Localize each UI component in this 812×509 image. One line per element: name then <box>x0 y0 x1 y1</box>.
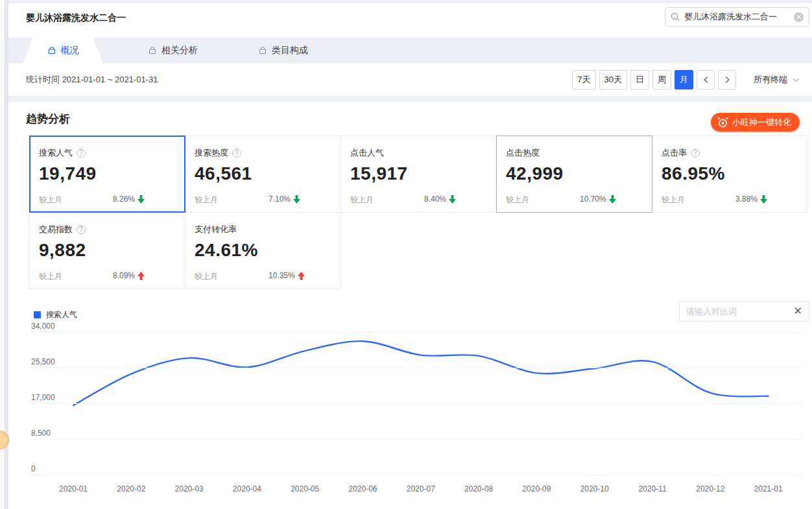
metric-card-click-rate[interactable]: 点击率?86.95%较上月3.88% <box>652 136 808 213</box>
metric-card-payment-conversion[interactable]: 支付转化率24.61%较上月10.35% <box>185 212 341 289</box>
change-value: 3.88% <box>735 195 767 204</box>
compare-input[interactable] <box>686 307 794 316</box>
change-percent: 10.70% <box>580 195 606 204</box>
x-axis-label: 2020-09 <box>514 484 559 493</box>
metric-label: 点击热度 <box>506 147 643 159</box>
metric-value: 19,749 <box>39 163 176 184</box>
trend-chart[interactable]: 08,50017,00025,50034,0002020-012020-0220… <box>30 324 802 499</box>
metric-card-search-popularity[interactable]: 搜索人气?19,749较上月8.26% <box>29 136 185 213</box>
wangshen-convert-label: 小旺神一键转化 <box>732 117 791 128</box>
trend-analysis-title: 趋势分析 <box>26 112 70 126</box>
help-icon[interactable]: ? <box>77 148 86 158</box>
compare-word-box[interactable]: ✕ <box>679 301 809 322</box>
legend-label: 搜索人气 <box>46 309 77 320</box>
metric-compare-row: 较上月8.09% <box>39 271 178 282</box>
change-percent: 7.10% <box>269 195 291 204</box>
range-button-month[interactable]: 月 <box>675 70 693 89</box>
metric-card-search-heat[interactable]: 搜索热度?46,561较上月7.10% <box>185 136 341 213</box>
x-axis-label: 2020-06 <box>340 484 386 493</box>
x-axis-label: 2021-01 <box>746 484 791 493</box>
metric-label-text: 点击率 <box>662 147 687 159</box>
metric-card-click-heat[interactable]: 点击热度42,999较上月10.70% <box>496 136 652 213</box>
wangshen-convert-button[interactable]: 小旺神一键转化 <box>711 113 800 132</box>
chevron-down-icon <box>793 78 800 82</box>
header-panel: 婴儿沐浴露洗发水二合一 ✕ 概况相关分析类目构成 统计时间 2021-01-01… <box>8 3 812 96</box>
metric-compare-row: 较上月7.10% <box>195 195 334 206</box>
terminal-selector[interactable]: 所有终端 <box>754 74 800 86</box>
metric-label-text: 支付转化率 <box>195 224 237 235</box>
metric-label: 搜索热度? <box>195 147 331 159</box>
next-page-button[interactable] <box>718 70 736 89</box>
page-title: 婴儿沐浴露洗发水二合一 <box>26 12 126 24</box>
y-axis-label: 0 <box>31 464 36 473</box>
metric-label-text: 搜索人气 <box>39 147 73 159</box>
arrow-down-icon <box>293 195 300 204</box>
arrow-down-icon <box>760 195 767 204</box>
trend-line <box>73 341 769 405</box>
metric-label-text: 点击热度 <box>506 147 540 159</box>
stat-time-label: 统计时间 <box>26 75 60 84</box>
metric-label-text: 搜索热度 <box>195 147 228 159</box>
y-axis-label: 34,000 <box>31 322 55 331</box>
search-icon <box>671 12 680 21</box>
help-icon[interactable]: ? <box>691 148 700 158</box>
chevron-right-icon <box>724 76 730 84</box>
gridline <box>30 439 802 440</box>
range-button-7d[interactable]: 7天 <box>572 70 595 89</box>
gridline <box>30 403 802 404</box>
stat-time-range: 2021-01-01 ~ 2021-01-31 <box>62 75 158 84</box>
metric-card-click-popularity[interactable]: 点击人气15,917较上月8.40% <box>340 136 497 213</box>
arrow-up-icon <box>137 272 145 280</box>
x-axis-label: 2020-08 <box>456 484 501 493</box>
tab-overview[interactable]: 概况 <box>23 38 103 64</box>
compare-label: 较上月 <box>195 272 218 281</box>
clear-search-icon[interactable]: ✕ <box>794 12 804 22</box>
arrow-down-icon <box>137 195 145 204</box>
x-axis-label: 2020-05 <box>282 484 328 493</box>
prev-page-button[interactable] <box>697 70 715 89</box>
gridline <box>30 475 802 475</box>
range-button-week[interactable]: 周 <box>652 70 671 89</box>
trend-analysis-panel: 趋势分析 小旺神一键转化 搜索人气?19,749较上月8.26%搜索热度?46,… <box>8 102 812 509</box>
y-axis-label: 25,500 <box>31 357 55 366</box>
range-button-day[interactable]: 日 <box>630 70 649 89</box>
gridline <box>30 332 802 333</box>
change-value: 7.10% <box>269 195 300 204</box>
x-axis-label: 2020-04 <box>224 484 270 493</box>
bag-icon <box>148 46 157 55</box>
metric-compare-row: 较上月3.88% <box>662 195 801 206</box>
compare-label: 较上月 <box>506 195 529 204</box>
tab-label: 相关分析 <box>161 45 198 56</box>
metric-value: 46,561 <box>195 163 331 184</box>
compare-label: 较上月 <box>195 195 218 204</box>
tab-label: 概况 <box>61 45 79 56</box>
search-input[interactable] <box>684 12 794 22</box>
chart-canvas <box>30 324 802 499</box>
change-percent: 8.26% <box>113 195 135 204</box>
metric-card-transaction-index[interactable]: 交易指数?9,882较上月8.09% <box>29 212 185 289</box>
chevron-left-icon <box>703 76 709 84</box>
keyword-search-box[interactable]: ✕ <box>665 7 809 27</box>
tab-category-composition[interactable]: 类目构成 <box>245 38 321 64</box>
x-axis-label: 2020-02 <box>108 484 154 493</box>
tab-related-analysis[interactable]: 相关分析 <box>135 38 211 64</box>
change-value: 8.09% <box>113 271 145 280</box>
bag-icon <box>258 46 267 55</box>
range-button-30d[interactable]: 30天 <box>599 70 627 89</box>
metric-label-text: 点击人气 <box>350 147 384 159</box>
tab-label: 类目构成 <box>272 45 308 56</box>
stat-time-row: 统计时间 2021-01-01 ~ 2021-01-31 7天30天日周月 所有… <box>8 64 812 96</box>
metric-label: 搜索人气? <box>39 147 176 159</box>
compare-label: 较上月 <box>39 272 62 281</box>
x-axis-label: 2020-12 <box>687 484 733 493</box>
metric-label: 点击人气 <box>350 147 487 159</box>
arrow-down-icon <box>609 195 616 204</box>
y-axis-label: 8,500 <box>31 429 51 438</box>
help-icon[interactable]: ? <box>232 148 241 158</box>
help-icon[interactable]: ? <box>77 225 86 234</box>
metric-label: 支付转化率 <box>195 224 331 235</box>
x-axis-label: 2020-01 <box>51 484 96 493</box>
metric-label-text: 交易指数 <box>39 224 73 235</box>
close-icon[interactable]: ✕ <box>794 306 802 316</box>
chart-legend[interactable]: 搜索人气 <box>34 309 77 320</box>
